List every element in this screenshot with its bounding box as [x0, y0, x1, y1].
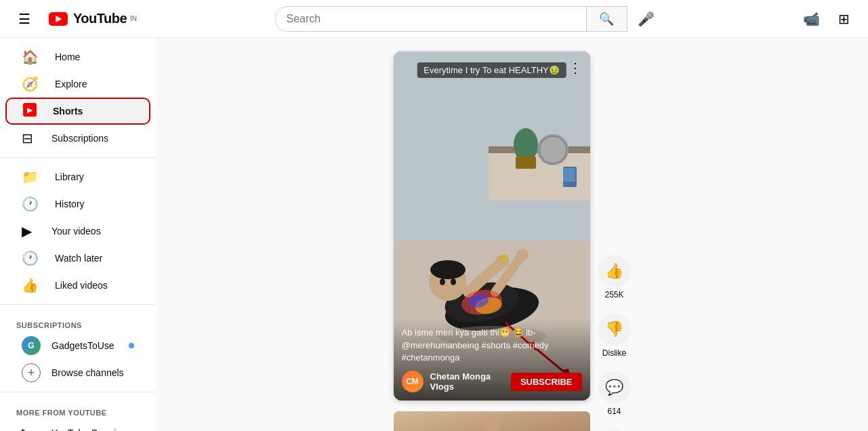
video-info: Ab isme meri kya galti thi😬 😂 lb- @mereh…: [394, 319, 590, 401]
hamburger-icon: ☰: [18, 11, 30, 27]
sidebar-item-youtube-premium[interactable]: ▶ YouTube Premium: [5, 419, 150, 431]
header-right: 📹 ⊞: [798, 5, 857, 33]
logo-text: YouTube: [73, 11, 127, 26]
mic-button[interactable]: 🎤: [633, 5, 660, 33]
subscribe-button[interactable]: SUBSCRIBE: [511, 373, 582, 391]
sidebar-item-subscriptions-label: Subscriptions: [51, 133, 108, 144]
shorts-icon: [23, 103, 37, 120]
sidebar-item-gadgetstouse-label: GadgetsToUse: [51, 340, 115, 351]
logo-country: IN: [130, 15, 137, 22]
search-input[interactable]: [276, 7, 586, 31]
like-button[interactable]: 👍 255K: [598, 255, 631, 300]
svg-point-15: [440, 279, 445, 285]
youtube-premium-icon: ▶: [22, 425, 35, 431]
sidebar-item-watch-later-label: Watch later: [55, 253, 102, 264]
notification-dot: [129, 343, 134, 348]
next-video-thumbnail: [394, 411, 590, 431]
like-icon: 👍: [598, 255, 631, 287]
svg-rect-10: [563, 168, 575, 182]
comments-button[interactable]: 💬 614: [598, 371, 631, 416]
sidebar-item-browse-channels[interactable]: + Browse channels: [5, 359, 150, 386]
comments-count: 614: [607, 407, 621, 416]
next-video-preview[interactable]: [394, 411, 590, 431]
your-videos-icon: ▶: [22, 223, 35, 239]
subscriptions-icon: ⊟: [22, 130, 35, 146]
sidebar-item-history[interactable]: 🕐 History: [5, 190, 150, 218]
header-left: ☰ YouTubeIN: [11, 5, 137, 33]
mic-icon: 🎤: [638, 11, 655, 27]
add-channel-icon: +: [22, 363, 41, 382]
main-content: Everytime I try To eat HEALTHY🤢 ⋮ Ab ism…: [156, 38, 868, 431]
watch-later-icon: 🕐: [22, 250, 39, 266]
svg-point-16: [451, 279, 456, 285]
sidebar-item-subscriptions[interactable]: ⊟ Subscriptions: [5, 125, 150, 152]
hamburger-menu-button[interactable]: ☰: [11, 5, 38, 33]
sidebar-item-home[interactable]: 🏠 Home: [5, 43, 150, 70]
sidebar-item-explore-label: Explore: [55, 79, 87, 89]
gadgetstouse-avatar: G: [22, 336, 41, 355]
youtube-logo[interactable]: YouTubeIN: [49, 11, 137, 26]
sidebar-item-library[interactable]: 📁 Library: [5, 163, 150, 190]
sidebar-item-history-label: History: [55, 199, 85, 209]
sidebar-item-your-videos[interactable]: ▶ Your videos: [5, 218, 150, 245]
dislike-label: Dislike: [602, 348, 626, 358]
sidebar-item-shorts[interactable]: Shorts: [5, 98, 150, 125]
svg-point-8: [540, 137, 566, 163]
history-icon: 🕐: [22, 196, 39, 212]
shorts-container: Everytime I try To eat HEALTHY🤢 ⋮ Ab ism…: [394, 52, 631, 431]
create-icon: 📹: [803, 11, 820, 27]
sidebar-item-liked-videos-label: Liked videos: [55, 280, 108, 291]
more-from-youtube-label: MORE FROM YOUTUBE: [0, 398, 156, 419]
library-icon: 📁: [22, 169, 39, 185]
home-icon: 🏠: [22, 49, 39, 65]
sidebar-item-library-label: Library: [55, 171, 84, 182]
channel-name: Chetan Monga Vlogs: [430, 371, 504, 392]
liked-videos-icon: 👍: [22, 277, 39, 293]
sidebar-item-browse-channels-label: Browse channels: [51, 367, 124, 378]
svg-rect-6: [516, 157, 536, 169]
sidebar-item-watch-later[interactable]: 🕐 Watch later: [5, 245, 150, 272]
search-bar: 🔍: [275, 6, 627, 32]
dislike-icon: 👎: [598, 313, 631, 346]
youtube-play-icon: [49, 12, 68, 26]
sidebar-divider-3: [0, 392, 156, 392]
sidebar-item-your-videos-label: Your videos: [51, 226, 101, 237]
sidebar-item-gadgetstouse[interactable]: G GadgetsToUse: [5, 332, 150, 359]
comments-icon: 💬: [598, 371, 631, 404]
sidebar-item-home-label: Home: [55, 52, 80, 62]
sidebar-item-liked-videos[interactable]: 👍 Liked videos: [5, 272, 150, 299]
side-actions: 👍 255K 👎 Dislike 💬 614 ↗ Share: [598, 52, 631, 431]
sidebar-item-shorts-label: Shorts: [53, 106, 83, 117]
svg-point-14: [430, 260, 466, 279]
dislike-button[interactable]: 👎 Dislike: [598, 313, 631, 358]
apps-button[interactable]: ⊞: [830, 5, 857, 33]
channel-row: CM Chetan Monga Vlogs SUBSCRIBE: [402, 371, 582, 392]
header: ☰ YouTubeIN 🔍 🎤 📹 ⊞: [0, 0, 868, 38]
channel-avatar: CM: [402, 371, 423, 392]
sidebar: 🏠 Home 🧭 Explore Shorts ⊟ Subscriptions …: [0, 38, 156, 431]
subscriptions-section-label: SUBSCRIPTIONS: [0, 310, 156, 332]
explore-icon: 🧭: [22, 76, 39, 92]
svg-point-20: [516, 249, 529, 261]
search-button[interactable]: 🔍: [586, 7, 627, 31]
sidebar-item-youtube-premium-label: YouTube Premium: [51, 428, 129, 431]
video-description: Ab isme meri kya galti thi😬 😂 lb- @mereh…: [402, 327, 582, 364]
video-title-overlay: Everytime I try To eat HEALTHY🤢: [417, 62, 566, 78]
header-center: 🔍 🎤: [137, 5, 798, 33]
search-icon: 🔍: [599, 12, 614, 26]
create-button[interactable]: 📹: [798, 5, 825, 33]
more-options-button[interactable]: ⋮: [566, 57, 585, 79]
sidebar-divider-2: [0, 304, 156, 305]
sidebar-divider-1: [0, 157, 156, 158]
sidebar-item-explore[interactable]: 🧭 Explore: [5, 70, 150, 98]
shorts-video-card[interactable]: Everytime I try To eat HEALTHY🤢 ⋮ Ab ism…: [394, 52, 590, 401]
apps-icon: ⊞: [838, 11, 850, 27]
like-count: 255K: [604, 290, 623, 300]
